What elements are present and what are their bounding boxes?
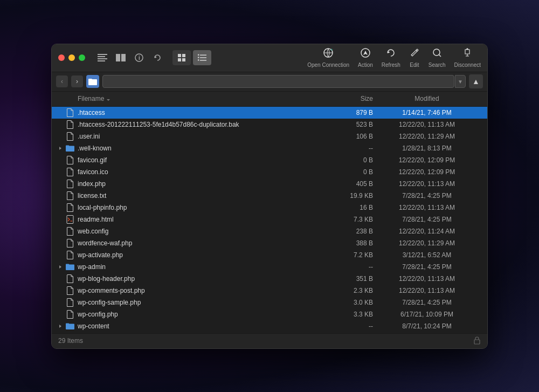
- filename-text: .htaccess: [78, 109, 330, 116]
- upload-button[interactable]: ▲: [469, 74, 483, 88]
- modified-text: 1/28/21, 8:13 PM: [373, 145, 481, 152]
- path-dropdown[interactable]: ▼: [455, 75, 466, 88]
- table-row[interactable]: wp-blog-header.php351 B12/22/20, 11:13 A…: [52, 273, 487, 285]
- size-text: 16 B: [330, 204, 373, 211]
- size-text: 879 B: [330, 109, 373, 116]
- php-icon: [66, 298, 74, 307]
- disconnect-label: Disconnect: [454, 62, 481, 68]
- svg-rect-18: [198, 59, 199, 60]
- path-input[interactable]: [102, 75, 454, 88]
- expand-arrow[interactable]: [58, 265, 66, 269]
- modified-text: 12/22/20, 11:13 AM: [373, 275, 481, 283]
- back-button[interactable]: ‹: [56, 75, 68, 87]
- file-list: .htaccess879 B1/14/21, 7:46 PM.htaccess-…: [52, 107, 487, 333]
- modified-text: 12/22/20, 12:09 PM: [373, 156, 481, 164]
- filename-text: wp-comments-post.php: [78, 287, 330, 294]
- filename-text: favicon.gif: [78, 156, 330, 164]
- refresh-button[interactable]: Refresh: [382, 47, 400, 68]
- svg-rect-17: [198, 57, 199, 58]
- pathbar: ‹ › ▼ ▲: [52, 72, 487, 92]
- size-text: 388 B: [330, 239, 373, 247]
- filename-text: wordfence-waf.php: [78, 239, 330, 247]
- table-row[interactable]: .htaccess-201222111253-5fe1d4b57d86c-dup…: [52, 119, 487, 130]
- modified-text: 6/17/21, 10:09 PM: [373, 311, 481, 318]
- svg-rect-3: [98, 60, 105, 61]
- table-row[interactable]: wp-config-sample.php3.0 KB7/28/21, 4:25 …: [52, 297, 487, 308]
- info-icon[interactable]: i: [133, 51, 146, 64]
- action-button[interactable]: Action: [358, 47, 373, 68]
- doc-icon: [66, 156, 74, 164]
- filename-text: local-phpinfo.php: [78, 204, 330, 211]
- size-text: 106 B: [330, 133, 373, 140]
- open-connection-label: Open Connection: [307, 62, 349, 68]
- close-button[interactable]: [58, 54, 65, 61]
- toolbar-actions: + Open Connection Action Refresh: [307, 47, 481, 68]
- table-row[interactable]: favicon.ico0 B12/22/20, 12:09 PM: [52, 166, 487, 178]
- table-row[interactable]: license.txt19.9 KB7/28/21, 4:25 PM: [52, 190, 487, 202]
- size-header[interactable]: Size: [330, 95, 373, 102]
- filename-text: .well-known: [78, 145, 330, 152]
- view-buttons: [172, 50, 211, 65]
- table-row[interactable]: .htaccess879 B1/14/21, 7:46 PM: [52, 107, 487, 119]
- filename-header[interactable]: Filename: [78, 95, 330, 102]
- filename-text: wp-config-sample.php: [78, 299, 330, 306]
- table-row[interactable]: wordfence-waf.php388 B12/22/20, 11:29 AM: [52, 237, 487, 249]
- search-button[interactable]: Search: [429, 47, 446, 68]
- svg-line-24: [439, 55, 441, 57]
- ini-icon: [66, 132, 74, 141]
- size-text: 7.3 KB: [330, 216, 373, 223]
- icon-view-button[interactable]: [172, 50, 191, 65]
- disconnect-button[interactable]: Disconnect: [454, 47, 481, 68]
- svg-rect-10: [182, 54, 185, 57]
- table-row[interactable]: wp-activate.php7.2 KB3/12/21, 6:52 AM: [52, 249, 487, 261]
- edit-button[interactable]: Edit: [409, 47, 420, 68]
- table-row[interactable]: index.php405 B12/22/20, 11:13 AM: [52, 178, 487, 190]
- expand-arrow[interactable]: [58, 146, 66, 150]
- table-row[interactable]: local-phpinfo.php16 B12/22/20, 11:13 AM: [52, 202, 487, 214]
- modified-text: 1/14/21, 7:46 PM: [373, 109, 481, 116]
- size-text: --: [330, 322, 373, 330]
- modified-text: 7/28/21, 4:25 PM: [373, 192, 481, 200]
- filename-text: wp-config.php: [78, 311, 330, 318]
- modified-text: 12/22/20, 11:29 AM: [373, 239, 481, 247]
- column-view-icon[interactable]: [114, 51, 127, 64]
- table-row[interactable]: wp-content--8/7/21, 10:24 PM: [52, 320, 487, 332]
- php-icon: [66, 310, 74, 319]
- table-row[interactable]: readme.html7.3 KB7/28/21, 4:25 PM: [52, 214, 487, 225]
- table-row[interactable]: .user.ini106 B12/22/20, 11:29 AM: [52, 130, 487, 142]
- filename-text: favicon.ico: [78, 168, 330, 176]
- size-text: 405 B: [330, 180, 373, 188]
- maximize-button[interactable]: [79, 54, 85, 61]
- expand-arrow[interactable]: [58, 324, 66, 328]
- doc-icon: [66, 168, 74, 176]
- table-row[interactable]: web.config238 B12/22/20, 11:24 AM: [52, 225, 487, 237]
- forward-button[interactable]: ›: [71, 75, 83, 87]
- statusbar: 29 Items: [52, 333, 487, 348]
- table-row[interactable]: .well-known--1/28/21, 8:13 PM: [52, 142, 487, 154]
- table-row[interactable]: wp-comments-post.php2.3 KB12/22/20, 11:1…: [52, 285, 487, 297]
- svg-rect-16: [198, 54, 199, 56]
- svg-rect-15: [200, 60, 206, 61]
- php-icon: [66, 274, 74, 283]
- modified-header[interactable]: Modified: [373, 95, 481, 102]
- list-view-button[interactable]: [193, 50, 211, 65]
- size-text: 3.3 KB: [330, 311, 373, 318]
- table-row[interactable]: favicon.gif0 B12/22/20, 12:09 PM: [52, 154, 487, 166]
- filename-text: license.txt: [78, 192, 330, 200]
- table-row[interactable]: wp-admin--7/28/21, 4:25 PM: [52, 261, 487, 273]
- svg-marker-30: [59, 325, 61, 328]
- svg-rect-27: [67, 215, 73, 223]
- size-text: 2.3 KB: [330, 287, 373, 294]
- open-connection-button[interactable]: + Open Connection: [307, 47, 349, 68]
- sync-icon[interactable]: [151, 51, 164, 64]
- titlebar: i + Open Connection: [52, 44, 487, 72]
- size-text: 0 B: [330, 156, 373, 164]
- folder-icon: [66, 322, 74, 331]
- bak-icon: [66, 120, 74, 129]
- list-view-icon[interactable]: [96, 51, 109, 64]
- table-row[interactable]: wp-config.php3.3 KB6/17/21, 10:09 PM: [52, 308, 487, 320]
- minimize-button[interactable]: [68, 54, 75, 61]
- toolbar-icons: i: [96, 51, 164, 64]
- modified-text: 12/22/20, 11:24 AM: [373, 228, 481, 235]
- open-connection-icon: +: [323, 47, 334, 61]
